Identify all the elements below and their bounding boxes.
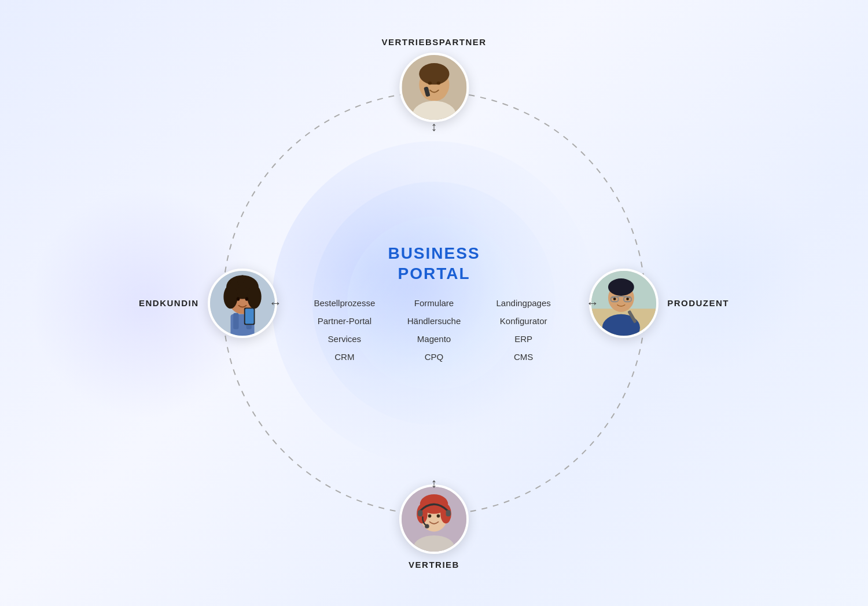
main-diagram: BUSINESS PORTAL Bestellprozesse Formular… [174,37,694,570]
node-vertriebspartner: VERTRIEBSPARTNER [381,37,486,122]
node-produzent: PRODUZENT [589,269,729,338]
label-vertrieb: VERTRIEB [409,560,459,570]
label-vertriebspartner: VERTRIEBSPARTNER [381,37,486,47]
svg-point-17 [425,524,429,528]
features-grid: Bestellprozesse Formulare Landingpages P… [301,296,567,363]
svg-rect-29 [233,313,238,329]
svg-point-8 [436,81,440,85]
arrow-right-symbol: ↔ [586,296,599,311]
portal-title: BUSINESS PORTAL [301,243,567,284]
feature-haendlersuche: Händlersuche [391,314,478,328]
arrow-top-symbol: ↕ [431,119,437,134]
svg-rect-15 [418,510,422,516]
svg-point-42 [613,298,616,300]
feature-cpq: CPQ [391,350,478,363]
feature-formulare: Formulare [391,296,478,310]
arrow-right: ↔ [586,296,599,311]
arrow-left: ↔ [269,296,282,311]
feature-partner-portal: Partner-Portal [301,314,388,328]
svg-rect-16 [446,510,451,516]
arrow-left-symbol: ↔ [269,296,282,311]
feature-erp: ERP [480,332,567,346]
svg-point-3 [419,63,449,85]
feature-konfigurator: Konfigurator [480,314,567,328]
portal-title-line1: BUSINESS [388,244,480,262]
feature-magento: Magento [391,332,478,346]
svg-point-33 [236,297,240,301]
arrow-top: ↕ [431,119,437,134]
feature-landingpages: Landingpages [480,296,567,310]
svg-point-34 [245,297,248,301]
avatar-endkundin [208,269,277,338]
label-endkundin: ENDKUNDIN [139,298,199,308]
avatar-vertrieb [399,484,469,554]
avatar-produzent [589,269,659,338]
svg-point-27 [243,277,254,288]
svg-point-19 [437,514,440,517]
arrow-bottom: ↕ [431,476,437,491]
svg-point-24 [247,285,261,308]
portal-title-line2: PORTAL [398,265,470,282]
svg-point-38 [608,278,634,296]
label-produzent: PRODUZENT [667,298,729,308]
svg-point-18 [428,514,432,517]
svg-point-23 [223,285,237,308]
node-endkundin: ENDKUNDIN [139,269,277,338]
feature-crm: CRM [301,350,388,363]
avatar-vertriebspartner [399,53,469,122]
svg-point-7 [428,81,432,85]
svg-rect-32 [245,308,253,324]
node-vertrieb: VERTRIEB [399,484,469,570]
feature-services: Services [301,332,388,346]
feature-bestellprozesse: Bestellprozesse [301,296,388,310]
arrow-bottom-symbol: ↕ [431,476,437,491]
center-content: BUSINESS PORTAL Bestellprozesse Formular… [301,243,567,363]
feature-cms: CMS [480,350,567,363]
svg-point-43 [626,298,629,300]
